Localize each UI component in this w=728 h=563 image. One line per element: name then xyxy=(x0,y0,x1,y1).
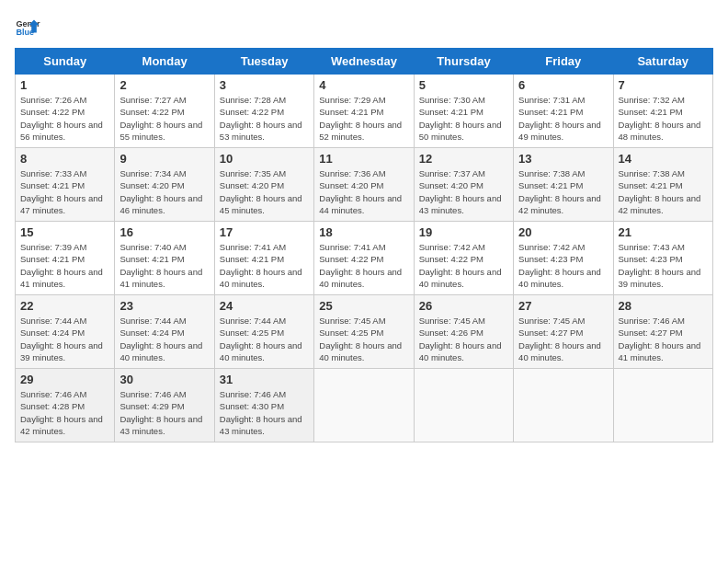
weekday-header-friday: Friday xyxy=(514,49,613,75)
calendar-cell: 28Sunrise: 7:46 AMSunset: 4:27 PMDayligh… xyxy=(613,295,712,369)
calendar-cell xyxy=(414,369,513,442)
day-number: 12 xyxy=(419,152,508,166)
calendar-cell xyxy=(613,369,712,442)
weekday-header-tuesday: Tuesday xyxy=(214,49,313,75)
day-info: Sunrise: 7:46 AMSunset: 4:29 PMDaylight:… xyxy=(119,388,209,437)
day-number: 20 xyxy=(518,225,608,239)
day-number: 15 xyxy=(20,225,109,239)
day-number: 30 xyxy=(119,373,209,386)
calendar-cell xyxy=(514,369,613,442)
day-info: Sunrise: 7:42 AMSunset: 4:23 PMDaylight:… xyxy=(518,241,608,290)
day-info: Sunrise: 7:32 AMSunset: 4:21 PMDaylight:… xyxy=(619,94,708,143)
day-info: Sunrise: 7:38 AMSunset: 4:21 PMDaylight:… xyxy=(619,167,708,216)
day-number: 2 xyxy=(119,78,209,92)
calendar-cell: 6Sunrise: 7:31 AMSunset: 4:21 PMDaylight… xyxy=(514,75,613,148)
day-info: Sunrise: 7:39 AMSunset: 4:21 PMDaylight:… xyxy=(20,241,109,290)
day-number: 21 xyxy=(619,225,708,239)
day-info: Sunrise: 7:41 AMSunset: 4:21 PMDaylight:… xyxy=(220,241,309,290)
calendar-cell: 1Sunrise: 7:26 AMSunset: 4:22 PMDaylight… xyxy=(16,75,115,148)
calendar-cell: 20Sunrise: 7:42 AMSunset: 4:23 PMDayligh… xyxy=(514,222,613,295)
weekday-header-row: SundayMondayTuesdayWednesdayThursdayFrid… xyxy=(16,49,713,75)
logo: General Blue xyxy=(15,15,40,40)
day-number: 11 xyxy=(319,152,408,166)
day-number: 6 xyxy=(518,78,608,92)
day-info: Sunrise: 7:33 AMSunset: 4:21 PMDaylight:… xyxy=(20,167,109,216)
calendar-cell: 25Sunrise: 7:45 AMSunset: 4:25 PMDayligh… xyxy=(314,295,414,369)
calendar-cell: 14Sunrise: 7:38 AMSunset: 4:21 PMDayligh… xyxy=(613,148,712,222)
calendar-cell: 24Sunrise: 7:44 AMSunset: 4:25 PMDayligh… xyxy=(214,295,313,369)
day-number: 19 xyxy=(419,225,508,239)
day-number: 13 xyxy=(518,152,608,166)
calendar-cell: 16Sunrise: 7:40 AMSunset: 4:21 PMDayligh… xyxy=(115,222,214,295)
header: General Blue xyxy=(15,15,713,40)
day-info: Sunrise: 7:27 AMSunset: 4:22 PMDaylight:… xyxy=(119,94,209,143)
weekday-header-monday: Monday xyxy=(115,49,214,75)
day-info: Sunrise: 7:46 AMSunset: 4:30 PMDaylight:… xyxy=(220,388,309,437)
weekday-header-saturday: Saturday xyxy=(613,49,712,75)
day-number: 16 xyxy=(119,225,209,239)
day-info: Sunrise: 7:45 AMSunset: 4:26 PMDaylight:… xyxy=(419,315,508,363)
weekday-header-thursday: Thursday xyxy=(414,49,513,75)
calendar-week-row: 15Sunrise: 7:39 AMSunset: 4:21 PMDayligh… xyxy=(16,222,713,295)
day-number: 18 xyxy=(319,225,408,239)
svg-text:Blue: Blue xyxy=(16,28,34,37)
day-info: Sunrise: 7:41 AMSunset: 4:22 PMDaylight:… xyxy=(319,241,408,290)
day-number: 10 xyxy=(220,152,309,166)
calendar-cell xyxy=(314,369,414,442)
day-info: Sunrise: 7:38 AMSunset: 4:21 PMDaylight:… xyxy=(518,167,608,216)
calendar-cell: 19Sunrise: 7:42 AMSunset: 4:22 PMDayligh… xyxy=(414,222,513,295)
calendar-cell: 7Sunrise: 7:32 AMSunset: 4:21 PMDaylight… xyxy=(613,75,712,148)
day-info: Sunrise: 7:37 AMSunset: 4:20 PMDaylight:… xyxy=(419,167,508,216)
calendar-cell: 26Sunrise: 7:45 AMSunset: 4:26 PMDayligh… xyxy=(414,295,513,369)
calendar-cell: 21Sunrise: 7:43 AMSunset: 4:23 PMDayligh… xyxy=(613,222,712,295)
calendar-cell: 3Sunrise: 7:28 AMSunset: 4:22 PMDaylight… xyxy=(214,75,313,148)
calendar-cell: 23Sunrise: 7:44 AMSunset: 4:24 PMDayligh… xyxy=(115,295,214,369)
day-number: 29 xyxy=(20,373,109,386)
calendar-week-row: 1Sunrise: 7:26 AMSunset: 4:22 PMDaylight… xyxy=(16,75,713,148)
day-info: Sunrise: 7:42 AMSunset: 4:22 PMDaylight:… xyxy=(419,241,508,290)
calendar-cell: 11Sunrise: 7:36 AMSunset: 4:20 PMDayligh… xyxy=(314,148,414,222)
day-number: 23 xyxy=(119,299,209,313)
calendar-cell: 30Sunrise: 7:46 AMSunset: 4:29 PMDayligh… xyxy=(115,369,214,442)
calendar-cell: 22Sunrise: 7:44 AMSunset: 4:24 PMDayligh… xyxy=(16,295,115,369)
day-number: 8 xyxy=(20,152,109,166)
calendar-week-row: 29Sunrise: 7:46 AMSunset: 4:28 PMDayligh… xyxy=(16,369,713,442)
calendar-cell: 4Sunrise: 7:29 AMSunset: 4:21 PMDaylight… xyxy=(314,75,414,148)
calendar-cell: 10Sunrise: 7:35 AMSunset: 4:20 PMDayligh… xyxy=(214,148,313,222)
calendar-cell: 15Sunrise: 7:39 AMSunset: 4:21 PMDayligh… xyxy=(16,222,115,295)
calendar-week-row: 8Sunrise: 7:33 AMSunset: 4:21 PMDaylight… xyxy=(16,148,713,222)
day-info: Sunrise: 7:43 AMSunset: 4:23 PMDaylight:… xyxy=(619,241,708,290)
calendar-cell: 12Sunrise: 7:37 AMSunset: 4:20 PMDayligh… xyxy=(414,148,513,222)
day-number: 7 xyxy=(619,78,708,92)
day-number: 22 xyxy=(20,299,109,313)
day-number: 17 xyxy=(220,225,309,239)
day-info: Sunrise: 7:44 AMSunset: 4:24 PMDaylight:… xyxy=(119,315,209,363)
calendar-cell: 13Sunrise: 7:38 AMSunset: 4:21 PMDayligh… xyxy=(514,148,613,222)
calendar-cell: 5Sunrise: 7:30 AMSunset: 4:21 PMDaylight… xyxy=(414,75,513,148)
day-number: 5 xyxy=(419,78,508,92)
calendar-cell: 17Sunrise: 7:41 AMSunset: 4:21 PMDayligh… xyxy=(214,222,313,295)
day-info: Sunrise: 7:44 AMSunset: 4:25 PMDaylight:… xyxy=(220,315,309,363)
day-info: Sunrise: 7:28 AMSunset: 4:22 PMDaylight:… xyxy=(220,94,309,143)
day-info: Sunrise: 7:26 AMSunset: 4:22 PMDaylight:… xyxy=(20,94,109,143)
calendar-cell: 2Sunrise: 7:27 AMSunset: 4:22 PMDaylight… xyxy=(115,75,214,148)
day-number: 24 xyxy=(220,299,309,313)
day-number: 31 xyxy=(220,373,309,386)
logo-icon: General Blue xyxy=(15,15,40,40)
day-info: Sunrise: 7:31 AMSunset: 4:21 PMDaylight:… xyxy=(518,94,608,143)
day-info: Sunrise: 7:30 AMSunset: 4:21 PMDaylight:… xyxy=(419,94,508,143)
day-number: 28 xyxy=(619,299,708,313)
day-info: Sunrise: 7:45 AMSunset: 4:25 PMDaylight:… xyxy=(319,315,408,363)
day-info: Sunrise: 7:46 AMSunset: 4:27 PMDaylight:… xyxy=(619,315,708,363)
weekday-header-wednesday: Wednesday xyxy=(314,49,414,75)
day-number: 1 xyxy=(20,78,109,92)
day-number: 27 xyxy=(518,299,608,313)
day-info: Sunrise: 7:34 AMSunset: 4:20 PMDaylight:… xyxy=(119,167,209,216)
calendar-cell: 31Sunrise: 7:46 AMSunset: 4:30 PMDayligh… xyxy=(214,369,313,442)
day-info: Sunrise: 7:35 AMSunset: 4:20 PMDaylight:… xyxy=(220,167,309,216)
day-info: Sunrise: 7:46 AMSunset: 4:28 PMDaylight:… xyxy=(20,388,109,437)
day-info: Sunrise: 7:29 AMSunset: 4:21 PMDaylight:… xyxy=(319,94,408,143)
calendar-cell: 29Sunrise: 7:46 AMSunset: 4:28 PMDayligh… xyxy=(16,369,115,442)
day-number: 26 xyxy=(419,299,508,313)
day-number: 9 xyxy=(119,152,209,166)
